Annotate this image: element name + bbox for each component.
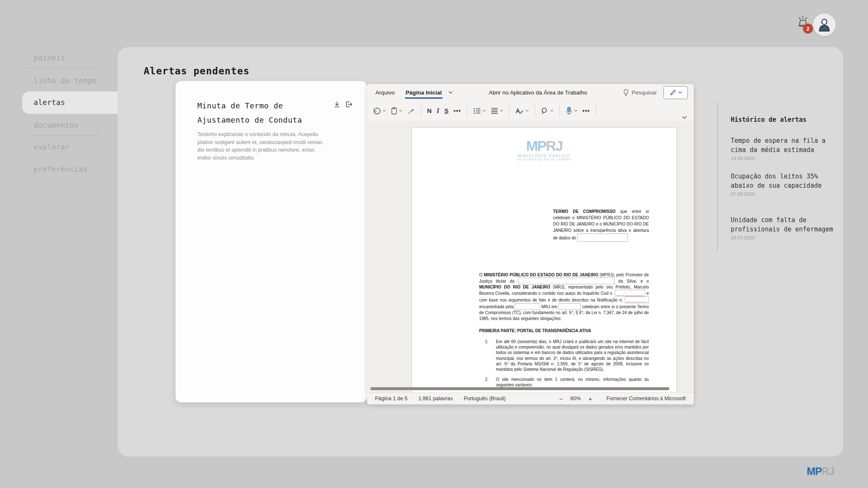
download-icon[interactable]: [333, 100, 341, 109]
more-formatting-button[interactable]: •••: [453, 106, 462, 115]
alert-title: Unidade com falta de profissionais de en…: [731, 215, 837, 234]
tab-arquivo[interactable]: Arquivo: [373, 84, 397, 101]
user-avatar[interactable]: [813, 13, 836, 36]
notification-badge: 2: [803, 24, 813, 34]
toolbar-separator: [421, 105, 421, 117]
doc-header-logo: MPRJ MINISTÉRIO PÚBLICO DO ESTADO DO RIO…: [412, 139, 677, 161]
history-title: Histórico de alertas: [731, 116, 807, 123]
sidebar-divider: [28, 158, 99, 158]
horizontal-scrollbar[interactable]: [370, 387, 669, 390]
main-card: Alertas pendentes Minuta de Termo de Aju…: [118, 47, 843, 457]
document-canvas[interactable]: MPRJ MINISTÉRIO PÚBLICO DO ESTADO DO RIO…: [367, 121, 694, 393]
search-label: Pesquisar: [632, 89, 657, 96]
find-button[interactable]: [540, 106, 554, 116]
alert-title: Ocupação dos leitos 35% abaixo de sua ca…: [731, 172, 837, 190]
word-app: Arquivo Página Inicial Abrir no Aplicati…: [367, 84, 694, 404]
undo-button[interactable]: [372, 106, 387, 115]
doc-form-field[interactable]: [625, 296, 649, 303]
ribbon-toolbar: N I S •••: [367, 101, 694, 121]
minuta-card: Minuta de Termo de Ajustamento de Condut…: [176, 81, 367, 402]
export-icon[interactable]: [345, 100, 353, 109]
alert-date: 28.07.2020: [731, 235, 837, 240]
collapse-ribbon-icon[interactable]: [682, 116, 689, 121]
doc-form-field[interactable]: [615, 290, 645, 296]
search-button[interactable]: Pesquisar: [623, 89, 657, 96]
doc-form-field[interactable]: [559, 303, 581, 310]
doc-form-field[interactable]: [518, 278, 615, 284]
doc-list-item: 2.O site mencionado no item 1 conterá, n…: [479, 377, 649, 388]
paste-button[interactable]: [390, 106, 403, 116]
toolbar-separator: [535, 105, 535, 117]
alerts-bell-button[interactable]: 2: [794, 13, 815, 34]
doc-list-item: 1.Em até 60 (sessenta) dias, o MRJ criar…: [479, 339, 649, 372]
bullet-list-button[interactable]: [472, 106, 487, 115]
sidebar-item-paineis[interactable]: painéis: [34, 54, 65, 62]
sidebar-item-explorar[interactable]: explorar: [34, 143, 70, 151]
page-title: Alertas pendentes: [144, 66, 249, 76]
screen: 2 painéis linha do tempo alertas documen…: [0, 0, 868, 488]
more-commands-button[interactable]: •••: [582, 106, 591, 115]
chevron-down-icon: [678, 91, 682, 94]
language-selector[interactable]: Português (Brasil): [464, 396, 506, 401]
sidebar-item-alertas[interactable]: alertas: [34, 98, 65, 107]
toolbar-separator: [467, 105, 467, 117]
toolbar-separator: [559, 105, 560, 117]
sidebar-divider: [28, 68, 99, 68]
sidebar-item-linha-do-tempo[interactable]: linha do tempo: [34, 76, 97, 85]
bold-button[interactable]: N: [426, 106, 433, 115]
document-page[interactable]: MPRJ MINISTÉRIO PÚBLICO DO ESTADO DO RIO…: [412, 127, 677, 393]
format-painter-icon[interactable]: [406, 106, 416, 116]
chevron-down-icon[interactable]: [448, 91, 453, 94]
line-spacing-button[interactable]: [490, 106, 504, 115]
doc-epigraph: TERMO DE COMPROMISSO que entre si celebr…: [553, 208, 649, 242]
tab-pagina-inicial[interactable]: Página Inicial: [403, 84, 444, 101]
minuta-title: Minuta de Termo de Ajustamento de Condut…: [197, 99, 337, 127]
editing-mode-button[interactable]: [663, 86, 688, 99]
word-count[interactable]: 1.961 palavras: [418, 396, 453, 401]
alert-item[interactable]: Tempo de espera na fila a cima da média …: [731, 136, 837, 161]
ribbon-tabs: Arquivo Página Inicial Abrir no Aplicati…: [367, 84, 694, 101]
zoom-controls: − 80% +: [559, 395, 592, 402]
doc-form-field[interactable]: [515, 303, 540, 310]
word-status-bar: Página 1 de 5 1.961 palavras Português (…: [367, 392, 694, 404]
minuta-description: Textinho explicando o conteúdo da minuta…: [197, 131, 323, 162]
mprj-logo: MPRJ: [807, 465, 834, 478]
italic-button[interactable]: I: [436, 106, 440, 116]
doc-form-field[interactable]: [577, 234, 628, 242]
sidebar-item-preferencias[interactable]: preferências: [34, 165, 88, 173]
doc-paragraph: O MINISTÉRIO PÚBLICO DO ESTADO DO RIO DE…: [479, 272, 649, 321]
alert-date: 14.08.2020: [731, 156, 837, 161]
feedback-link[interactable]: Fornecer Comentários à Microsoft: [606, 396, 686, 401]
underline-button[interactable]: S: [443, 106, 449, 115]
page-count[interactable]: Página 1 de 5: [375, 396, 407, 401]
sidebar-divider: [28, 135, 99, 136]
zoom-level[interactable]: 80%: [570, 396, 581, 401]
styles-button[interactable]: A: [514, 106, 530, 116]
alert-item[interactable]: Unidade com falta de profissionais de en…: [731, 215, 837, 240]
history-divider: [717, 102, 718, 251]
lightbulb-icon: [623, 89, 629, 96]
alert-item[interactable]: Ocupação dos leitos 35% abaixo de sua ca…: [731, 172, 837, 197]
sidebar-item-documentos[interactable]: documentos: [34, 121, 79, 129]
doc-heading: PRIMEIRA PARTE: PORTAL DE TRANSPARÊNCIA …: [479, 328, 591, 333]
svg-text:A: A: [516, 108, 520, 114]
open-in-desktop-button[interactable]: Abrir no Aplicativo da Área de Trabalho: [489, 89, 587, 96]
pencil-icon: [670, 89, 676, 96]
person-icon: [816, 16, 833, 33]
toolbar-separator: [596, 105, 596, 117]
alert-date: 07.08.2020: [731, 192, 837, 197]
toolbar-separator: [509, 105, 509, 117]
dictate-button[interactable]: [565, 105, 578, 116]
zoom-in-button[interactable]: +: [588, 395, 592, 402]
zoom-out-button[interactable]: −: [559, 395, 563, 402]
alert-title: Tempo de espera na fila a cima da média …: [731, 136, 837, 155]
